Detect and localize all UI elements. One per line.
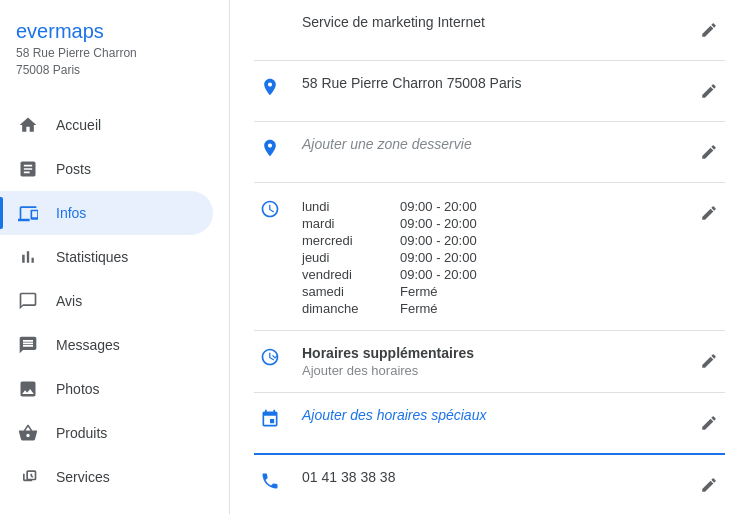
sidebar-item-services[interactable]: Services: [0, 455, 213, 499]
time-lundi: 09:00 - 20:00: [400, 199, 693, 214]
phone-row: 01 41 38 38 38: [254, 455, 725, 514]
main-content: Service de marketing Internet 58 Rue Pie…: [230, 0, 749, 514]
day-dimanche: dimanche: [302, 301, 392, 316]
edit-address-button[interactable]: [693, 75, 725, 107]
services-icon: [16, 465, 40, 489]
sidebar-item-label: Statistiques: [56, 249, 128, 265]
sidebar-item-accueil[interactable]: Accueil: [0, 103, 213, 147]
address-text: 58 Rue Pierre Charron 75008 Paris: [302, 75, 693, 91]
hours-row: lundi 09:00 - 20:00 mardi 09:00 - 20:00 …: [254, 183, 725, 331]
sidebar-item-avis[interactable]: Avis: [0, 279, 213, 323]
day-samedi: samedi: [302, 284, 392, 299]
day-mardi: mardi: [302, 216, 392, 231]
sidebar-item-site-web[interactable]: Site Web: [0, 499, 213, 514]
clock-arrow-icon: [254, 345, 286, 367]
zone-row: Ajouter une zone desservie: [254, 122, 725, 183]
address-content: 58 Rue Pierre Charron 75008 Paris: [302, 75, 693, 91]
sidebar-item-label: Accueil: [56, 117, 101, 133]
time-dimanche: Fermé: [400, 301, 693, 316]
sidebar-item-produits[interactable]: Produits: [0, 411, 213, 455]
zone-icon: [254, 136, 286, 158]
sidebar-item-infos[interactable]: Infos: [0, 191, 213, 235]
day-vendredi: vendredi: [302, 267, 392, 282]
brand-name: evermaps: [16, 20, 213, 43]
zone-text: Ajouter une zone desservie: [302, 136, 693, 152]
sidebar-item-posts[interactable]: Posts: [0, 147, 213, 191]
stats-icon: [16, 245, 40, 269]
sidebar-item-label: Produits: [56, 425, 107, 441]
sidebar-item-label: Avis: [56, 293, 82, 309]
sidebar-item-photos[interactable]: Photos: [0, 367, 213, 411]
day-mercredi: mercredi: [302, 233, 392, 248]
sidebar-item-label: Photos: [56, 381, 100, 397]
time-mercredi: 09:00 - 20:00: [400, 233, 693, 248]
service-type-row: Service de marketing Internet: [254, 0, 725, 61]
service-type-content: Service de marketing Internet: [302, 14, 693, 30]
posts-icon: [16, 157, 40, 181]
time-samedi: Fermé: [400, 284, 693, 299]
edit-zone-button[interactable]: [693, 136, 725, 168]
edit-phone-button[interactable]: [693, 469, 725, 501]
hours-table: lundi 09:00 - 20:00 mardi 09:00 - 20:00 …: [302, 199, 693, 316]
sidebar-item-label: Posts: [56, 161, 91, 177]
service-type-text: Service de marketing Internet: [302, 14, 693, 30]
edit-horaires-speciaux-button[interactable]: [693, 407, 725, 439]
phone-text: 01 41 38 38 38: [302, 469, 693, 485]
hours-content: lundi 09:00 - 20:00 mardi 09:00 - 20:00 …: [302, 197, 693, 316]
phone-icon: [254, 469, 286, 491]
site-web-icon: [16, 509, 40, 514]
produits-icon: [16, 421, 40, 445]
edit-service-type-button[interactable]: [693, 14, 725, 46]
messages-icon: [16, 333, 40, 357]
horaires-sup-title: Horaires supplémentaires: [302, 345, 693, 361]
infos-icon: [16, 201, 40, 225]
brand-header: evermaps 58 Rue Pierre Charron 75008 Par…: [0, 16, 229, 95]
sidebar-item-label: Services: [56, 469, 110, 485]
zone-content: Ajouter une zone desservie: [302, 136, 693, 152]
edit-horaires-sup-button[interactable]: [693, 345, 725, 377]
horaires-sup-row: Horaires supplémentaires Ajouter des hor…: [254, 331, 725, 393]
avis-icon: [16, 289, 40, 313]
horaires-sup-subtext: Ajouter des horaires: [302, 363, 693, 378]
phone-content: 01 41 38 38 38: [302, 469, 693, 485]
day-jeudi: jeudi: [302, 250, 392, 265]
location-icon: [254, 75, 286, 97]
brand-address: 58 Rue Pierre Charron 75008 Paris: [16, 45, 213, 79]
sidebar-item-label: Messages: [56, 337, 120, 353]
day-lundi: lundi: [302, 199, 392, 214]
horaires-sup-content: Horaires supplémentaires Ajouter des hor…: [302, 345, 693, 378]
time-jeudi: 09:00 - 20:00: [400, 250, 693, 265]
clock-icon: [254, 197, 286, 219]
home-icon: [16, 113, 40, 137]
horaires-speciaux-content: Ajouter des horaires spéciaux: [302, 407, 693, 423]
photos-icon: [16, 377, 40, 401]
time-vendredi: 09:00 - 20:00: [400, 267, 693, 282]
active-indicator: [0, 197, 3, 229]
calendar-icon: [254, 407, 286, 429]
horaires-speciaux-text: Ajouter des horaires spéciaux: [302, 407, 693, 423]
time-mardi: 09:00 - 20:00: [400, 216, 693, 231]
horaires-speciaux-row: Ajouter des horaires spéciaux: [254, 393, 725, 455]
edit-hours-button[interactable]: [693, 197, 725, 229]
sidebar-item-statistiques[interactable]: Statistiques: [0, 235, 213, 279]
sidebar-item-label: Infos: [56, 205, 86, 221]
address-row: 58 Rue Pierre Charron 75008 Paris: [254, 61, 725, 122]
sidebar: evermaps 58 Rue Pierre Charron 75008 Par…: [0, 0, 230, 514]
sidebar-item-messages[interactable]: Messages: [0, 323, 213, 367]
